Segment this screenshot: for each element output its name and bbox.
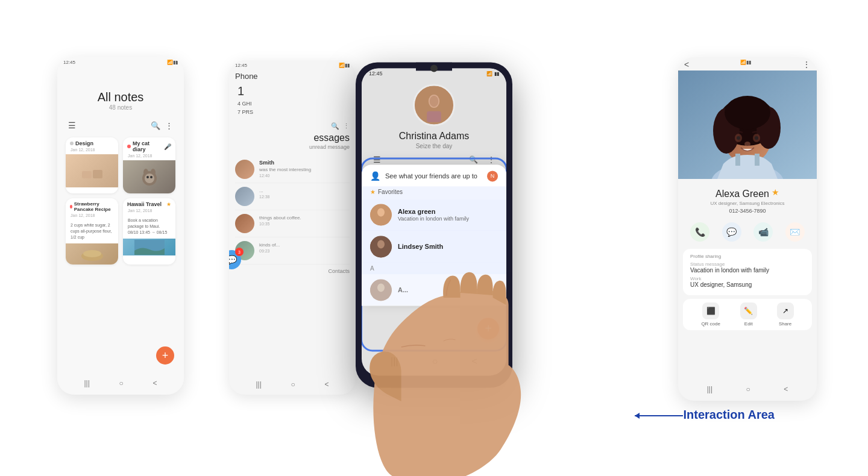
email-button[interactable]: ✉️ xyxy=(785,222,805,242)
msg-time-1: 12:40 xyxy=(259,174,350,178)
friend-name-alexa: Alexa green xyxy=(398,208,469,215)
messages-header: 🔍 ⋮ xyxy=(235,122,350,130)
share-label: Share xyxy=(779,321,791,327)
keypad-digit-7[interactable]: 7 PRS xyxy=(237,109,347,115)
more-icon-msg[interactable]: ⋮ xyxy=(343,122,350,130)
front-camera xyxy=(430,64,438,72)
right-nav-back[interactable]: < xyxy=(784,385,788,393)
search-icon-msg[interactable]: 🔍 xyxy=(331,122,339,130)
call-button[interactable]: 📞 xyxy=(690,222,709,242)
left-status-icons: 📶▮▮ xyxy=(167,60,178,65)
work-value: UX designer, Samsung xyxy=(690,281,805,288)
note-card-pancake[interactable]: Strawberry Pancake Recipe Jan 12, 2018 2… xyxy=(66,198,118,265)
search-icon[interactable]: 🔍 xyxy=(151,121,160,130)
right-status-bar: < 📶▮▮ ⋮ xyxy=(678,57,817,70)
msg-avatar-1 xyxy=(235,160,254,179)
dot-gray-icon xyxy=(70,142,74,145)
friend-item-a[interactable]: A... xyxy=(362,274,506,305)
scene: 12:45 📶▮▮ All notes 48 notes ☰ 🔍 ⋮ Desig… xyxy=(0,0,868,476)
friend-item-lindsey[interactable]: Lindsey Smith xyxy=(362,231,506,263)
qr-label: QR code xyxy=(701,321,720,327)
right-more-btn[interactable]: ⋮ xyxy=(802,60,811,69)
friend-avatar-alexa xyxy=(370,204,392,225)
svg-point-10 xyxy=(83,250,101,257)
midleft-status-icons: 📶▮▮ xyxy=(339,63,350,68)
msg-preview-3: things about coffee. xyxy=(259,215,350,221)
svg-rect-38 xyxy=(735,154,740,166)
share-icon: ↗ xyxy=(777,302,794,319)
note-img-hawaii xyxy=(123,239,175,255)
friend-avatar-lindsey xyxy=(370,236,392,257)
notes-toolbar: ☰ 🔍 ⋮ xyxy=(63,118,178,133)
msg-preview-4: kinds of... xyxy=(259,242,350,248)
note-date-cat: Jan 12, 2018 xyxy=(123,154,175,160)
edit-icon: ✏️ xyxy=(740,302,757,319)
note-img-cat xyxy=(123,160,175,193)
phone-notch xyxy=(416,62,452,70)
friend-avatar-a xyxy=(370,279,392,301)
msg-item-1[interactable]: Smith was the most interesting 12:40 xyxy=(235,156,350,183)
right-nav: ||| ○ < xyxy=(678,383,817,396)
note-img-pancake xyxy=(66,243,118,265)
right-nav-home[interactable]: ○ xyxy=(746,385,750,393)
edit-button[interactable]: ✏️ Edit xyxy=(740,302,757,327)
keypad-digit-1[interactable]: 1 xyxy=(237,84,347,98)
left-time: 12:45 xyxy=(63,60,75,65)
message-button[interactable]: 💬 xyxy=(722,222,741,242)
friend-item-alexa[interactable]: Alexa green Vacation in london with fami… xyxy=(362,199,506,231)
midleft-nav-back[interactable]: < xyxy=(325,380,329,389)
audio-icon: 🎤 xyxy=(164,143,171,150)
work-label: Work xyxy=(690,276,805,281)
msg-avatar-3 xyxy=(235,214,254,233)
svg-rect-0 xyxy=(77,159,107,183)
msg-item-4[interactable]: kinds of... 09:23 xyxy=(235,237,350,265)
left-nav: ||| ○ < xyxy=(57,377,184,390)
midleft-nav-menu[interactable]: ||| xyxy=(256,380,261,389)
popup-header-text: See what your friends are up to xyxy=(385,172,477,180)
keypad-digit-4[interactable]: 4 GHI xyxy=(237,101,347,107)
notes-count: 48 notes xyxy=(63,104,178,111)
hamburger-icon[interactable]: ☰ xyxy=(68,121,76,130)
msg-name-1: Smith xyxy=(259,160,350,166)
svg-rect-39 xyxy=(755,154,760,166)
right-contact-info: Alexa Green ★ UX designer, Samsung Elect… xyxy=(678,179,817,330)
msg-item-2[interactable]: ... 12:38 xyxy=(235,183,350,210)
dot-red-icon xyxy=(127,145,131,148)
popup-notification: N xyxy=(487,171,498,181)
left-nav-home-icon[interactable]: ○ xyxy=(119,379,124,387)
note-title-hawaii: Hawaii Travel xyxy=(127,201,162,207)
friends-popup: 👤 See what your friends are up to N ★ Fa… xyxy=(362,164,506,305)
msg-time-2: 12:38 xyxy=(259,195,350,199)
msg-preview-2: ... xyxy=(259,188,350,193)
friend-name-a: A... xyxy=(398,286,408,293)
midleft-time: 12:45 xyxy=(235,63,247,68)
phone-app-title: Phone xyxy=(229,69,356,84)
share-button[interactable]: ↗ Share xyxy=(777,302,794,327)
note-date-pancake: Jan 12, 2018 xyxy=(66,213,118,220)
right-status-icons: 📶▮▮ xyxy=(740,60,751,69)
more-icon[interactable]: ⋮ xyxy=(165,121,173,130)
left-nav-menu-icon[interactable]: ||| xyxy=(84,379,89,387)
add-note-fab[interactable]: + xyxy=(156,346,174,365)
right-contact-job: UX designer, Samsung Electronics xyxy=(678,201,817,206)
right-nav-menu[interactable]: ||| xyxy=(707,385,712,393)
right-action-buttons: 📞 💬 📹 ✉️ xyxy=(678,219,817,245)
favorites-star-icon: ★ xyxy=(370,189,376,195)
add-contact-fab[interactable]: + xyxy=(477,318,499,339)
right-back-btn[interactable]: < xyxy=(684,60,689,69)
left-nav-back-icon[interactable]: < xyxy=(153,379,157,387)
note-card-cat[interactable]: My cat diary 🎤 Jan 12, 2018 xyxy=(123,137,175,193)
qr-code-button[interactable]: ⬛ QR code xyxy=(701,302,720,327)
video-button[interactable]: 📹 xyxy=(753,222,773,242)
midleft-nav-home[interactable]: ○ xyxy=(291,380,295,389)
contact-detail-header xyxy=(678,70,817,179)
msg-item-3[interactable]: things about coffee. 10:35 xyxy=(235,210,350,237)
note-card-design[interactable]: Design Jan 12, 2018 xyxy=(66,137,118,193)
note-text-pancake: 2 cups white sugar, 2 cups all-purpose f… xyxy=(66,220,118,243)
svg-point-8 xyxy=(150,176,153,178)
right-contact-name: Alexa Green xyxy=(715,189,769,199)
note-card-hawaii[interactable]: Hawaii Travel ★ Jan 12, 2018 Book a vaca… xyxy=(123,198,175,265)
note-title-design: Design xyxy=(75,140,93,146)
contacts-label[interactable]: Contacts xyxy=(328,268,350,274)
friend-status-alexa: Vacation in london with family xyxy=(398,216,469,222)
